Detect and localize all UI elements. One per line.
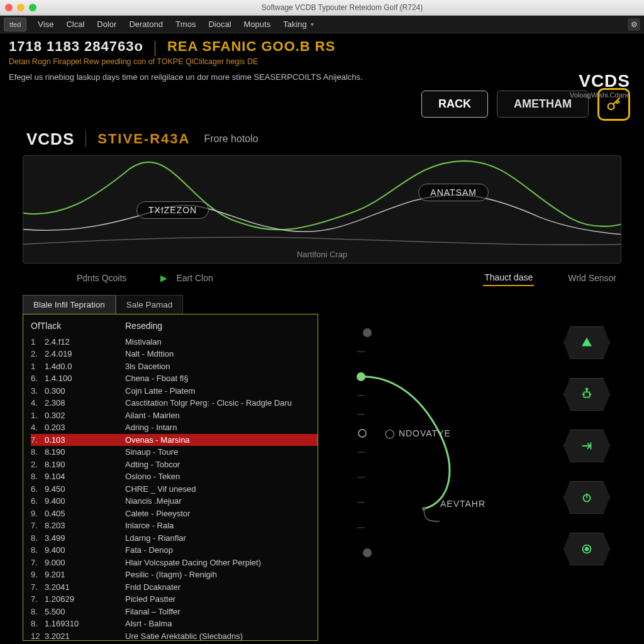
menu-clcal[interactable]: Clcal [60,19,91,29]
svg-point-3 [358,430,366,437]
col-reseding: Reseding [125,321,318,331]
hex-robot-button[interactable] [564,378,610,411]
table-row[interactable]: 12.4.f12Mistivalan [31,336,318,348]
chart-tab-points[interactable]: Pdnts Qcoits [75,270,128,286]
vehicle-id: 1718 1183 284763o [9,38,143,55]
table-row[interactable]: 3.0.300Cojn Latte - Piatem [31,385,318,397]
menubar-tab[interactable]: tfed [4,18,26,31]
close-icon[interactable] [5,4,13,11]
section-head: VCDS STIVE-R43A Frore hotolo [0,130,644,155]
viz-label-bottom: AEVTAHR [440,499,486,509]
hex-forward-button[interactable] [564,430,610,462]
table-row[interactable]: 7.1.20629Picled Pastter [31,593,318,606]
table-row[interactable]: 6.1.4.100Chena - Fboat fl§ [31,372,318,385]
table-row[interactable]: 8.8.190Sinaup - Toure [31,446,318,458]
menu-taking[interactable]: Taking [277,19,313,29]
chart-caption: Nartlfoni Crap [23,250,621,259]
table-row[interactable]: 6.9.450CHRE _ Vif unesed [31,483,318,496]
table-row[interactable]: 1.0.302Ailant - Mairlen [31,409,318,422]
side-icon-rail [564,326,610,565]
chart-badge-left: TXIZEZON [136,201,209,219]
hex-target-button[interactable] [564,533,610,565]
window-title: Softwage VCDB Typouter Reteidom Golf (R7… [45,3,639,12]
menu-diocal[interactable]: Diocal [202,19,237,29]
menu-tmos[interactable]: Tmos [169,19,203,29]
table-row[interactable]: 7.8.203Inlarce - Rala [31,519,318,532]
mac-titlebar: Softwage VCDB Typouter Reteidom Golf (R7… [0,0,644,16]
table-row[interactable]: 9.9.201Pesilic - (Itagm) - Renigih [31,569,318,581]
menu-dolor[interactable]: Dolor [91,19,123,29]
table-row[interactable]: 9.0.405Calete - Pieeystor [31,508,318,520]
menubar: tfed Vise Clcal Dolor Deratond Tmos Dioc… [0,16,644,33]
gear-icon[interactable]: ⚙ [628,18,640,31]
readings-table[interactable]: OfTlack Reseding 12.4.f12Mistivalan2.2.4… [23,314,318,641]
module-sub: Frore hotolo [204,133,258,145]
module-name: STIVE-R43A [97,131,190,147]
table-row[interactable]: 2.2.4.019Nalt - Mdttion [31,348,318,360]
hex-up-button[interactable] [564,326,610,359]
page-description: Efegel us rinebiog laskup days time on r… [9,72,635,82]
table-row[interactable]: 8.5.500Filanal – Tolffer [31,606,318,618]
svg-point-2 [357,372,365,381]
table-row[interactable]: 2.8.190Adting - Tobcor [31,458,318,471]
table-row[interactable]: 4.2.308Casctitation Tolgr Perg: - Clcsic… [31,397,318,409]
col-oftlack: OfTlack [31,321,125,331]
table-header: OfTlack Reseding [31,318,318,336]
svg-point-4 [363,548,372,557]
minimize-icon[interactable] [17,4,25,11]
table-row[interactable]: 8.9.104Oslono - Teken [31,470,318,483]
traffic-lights [5,4,36,11]
menu-deratond[interactable]: Deratond [123,19,169,29]
svg-point-1 [363,328,372,337]
hex-power-button[interactable] [564,481,610,514]
section-brand: VCDS [26,130,74,149]
lower-panel: OfTlack Reseding 12.4.f12Mistivalan2.2.4… [0,314,644,644]
brand-logo: VCDS VoloagWishi.Cdane [570,71,630,99]
viz-label-mid: ◯ NDOVATYE [385,428,451,438]
menu-moputs[interactable]: Moputs [238,19,277,29]
header-actions: RACK AMETHAM [0,84,644,130]
page-title: REA SFANIC GOO.B RS [167,38,336,55]
table-row[interactable]: 7.9.000Hlair Volcspate Dacing Other Perp… [31,557,318,569]
signal-chart: TXIZEZON ANATSAM Nartlfoni Crap [23,155,621,264]
rack-button[interactable]: RACK [421,91,488,118]
table-row[interactable]: 8.1.169310Alsrt - Balma [31,618,318,630]
brand-sub: VoloagWishi.Cdane [570,91,630,99]
table-row[interactable]: 8.3.499Ldarng - Rianflar [31,532,318,545]
curve-viz: ◯ NDOVATYE AEVTAHR [327,314,621,641]
chart-tabs: Pdnts Qcoits ▶ Eart Clon Thauct dase Wrl… [0,264,644,291]
svg-rect-13 [584,392,589,397]
menu-vise[interactable]: Vise [31,19,60,29]
chart-tab-sensor[interactable]: Wrld Sensor [567,270,618,286]
sheet-tabs: Blale Infil Tepration Sale Pamad [0,291,644,314]
tab-sale[interactable]: Sale Pamad [116,295,184,314]
table-row[interactable]: 11.4d0.03ls Dacetion [31,360,318,373]
chart-tab-eartclon[interactable]: Eart Clon [175,270,214,286]
table-row[interactable]: 8.9.400Fata - Denop [31,544,318,557]
table-row[interactable]: 123.2021Ure Satie Arektablic (Slecbadns) [31,630,318,641]
tab-blale[interactable]: Blale Infil Tepration [23,295,116,314]
zoom-icon[interactable] [29,4,36,11]
svg-point-15 [586,388,588,390]
chart-badge-right: ANATSAM [418,184,489,201]
table-row[interactable]: 4.0.203Adring - Intarn [31,421,318,434]
table-row[interactable]: 7.3.2041Fnld Dcaknater [31,581,318,594]
svg-point-12 [422,507,426,511]
page-subtitle: Detan Rogn Firappel Rew peedling con of … [9,57,635,66]
play-icon[interactable]: ▶ [160,273,167,283]
svg-point-23 [586,547,589,550]
page-header: 1718 1183 284763o REA SFANIC GOO.B RS De… [0,33,644,84]
table-row[interactable]: 7.0.103Ovenas - Marsina [31,434,318,447]
table-row[interactable]: 6.9.400Niancis .Mejuar [31,495,318,508]
chart-tab-thauct[interactable]: Thauct dase [483,270,534,286]
brand-name: VCDS [570,71,630,91]
